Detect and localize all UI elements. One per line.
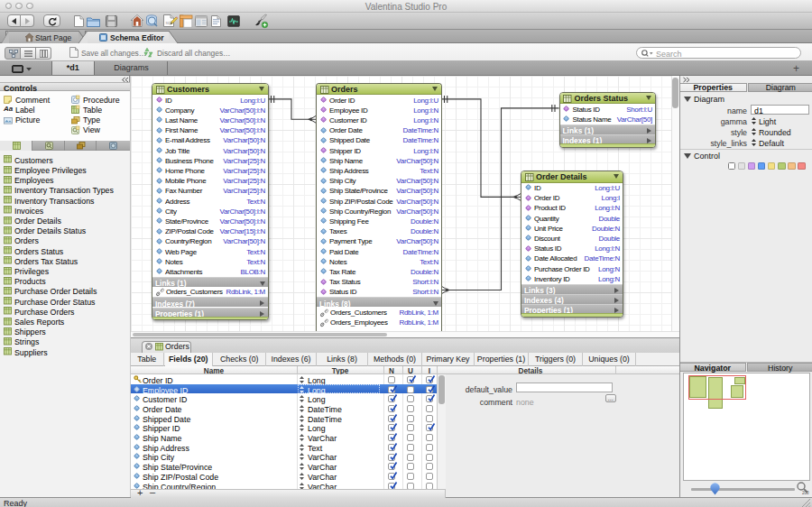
svg-text:200: 200: [802, 491, 809, 495]
